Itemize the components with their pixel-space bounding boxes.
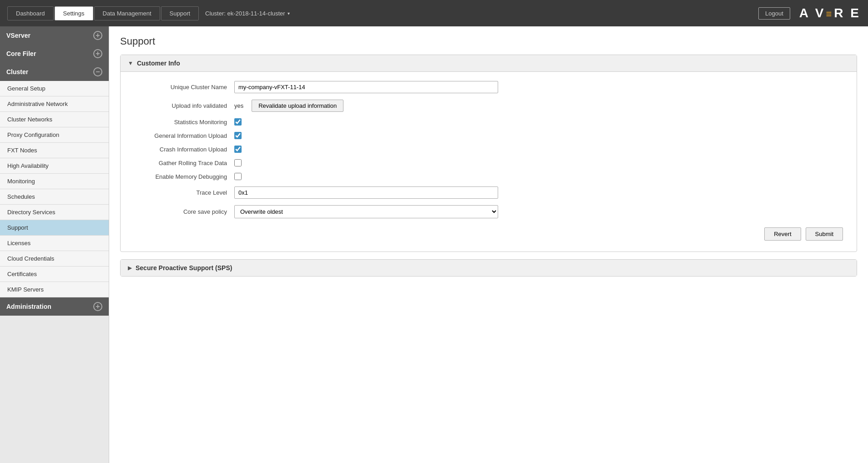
gather-rolling-trace-control	[234, 159, 843, 166]
gather-rolling-trace-row: Gather Rolling Trace Data	[134, 159, 843, 166]
sps-panel-header[interactable]: ▶ Secure Proactive Support (SPS)	[121, 260, 857, 276]
sidebar-item-fxt-nodes[interactable]: FXT Nodes	[0, 143, 109, 158]
cluster-collapse-icon[interactable]: −	[93, 67, 102, 76]
administration-expand-icon[interactable]: +	[93, 302, 102, 311]
trace-level-label: Trace Level	[134, 189, 234, 196]
content-area: Support ▼ Customer Info Unique Cluster N…	[109, 26, 868, 463]
sidebar-section-corefiler-label: Core Filer	[6, 50, 36, 57]
unique-cluster-name-label: Unique Cluster Name	[134, 84, 234, 91]
cluster-selector[interactable]: Cluster: ek-2018-11-14-cluster ▾	[205, 10, 290, 17]
nav-tabs: Dashboard Settings Data Management Suppo…	[7, 6, 290, 20]
statistics-monitoring-checkbox[interactable]	[234, 118, 242, 126]
logout-button[interactable]: Logout	[758, 7, 790, 20]
cluster-label: Cluster: ek-2018-11-14-cluster	[205, 10, 285, 17]
crash-info-upload-row: Crash Information Upload	[134, 146, 843, 153]
enable-memory-debug-control	[234, 173, 843, 180]
sidebar-item-certificates[interactable]: Certificates	[0, 267, 109, 282]
gather-rolling-trace-checkbox[interactable]	[234, 159, 242, 166]
revalidate-button[interactable]: Revalidate upload information	[252, 100, 343, 112]
sidebar-item-high-availability[interactable]: High Availability	[0, 158, 109, 174]
crash-info-upload-control	[234, 146, 843, 153]
trace-level-input[interactable]	[234, 186, 498, 199]
trace-level-row: Trace Level	[134, 186, 843, 199]
customer-info-panel: ▼ Customer Info Unique Cluster Name Uplo…	[120, 55, 857, 252]
submit-button[interactable]: Submit	[806, 227, 843, 241]
general-info-upload-checkbox[interactable]	[234, 132, 242, 139]
core-save-policy-select[interactable]: Overwrite oldest Keep newest Disabled	[234, 205, 498, 218]
sidebar-item-administrative-network[interactable]: Administrative Network	[0, 96, 109, 112]
sidebar-section-corefiler[interactable]: Core Filer +	[0, 45, 109, 63]
topbar: Dashboard Settings Data Management Suppo…	[0, 0, 868, 26]
sidebar-item-general-setup[interactable]: General Setup	[0, 81, 109, 96]
upload-info-status: yes	[234, 102, 243, 109]
cluster-dropdown-icon: ▾	[288, 11, 290, 16]
sidebar-item-licenses[interactable]: Licenses	[0, 236, 109, 251]
enable-memory-debug-label: Enable Memory Debugging	[134, 173, 234, 180]
sps-panel: ▶ Secure Proactive Support (SPS)	[120, 259, 857, 277]
general-info-upload-control	[234, 132, 843, 139]
enable-memory-debug-checkbox[interactable]	[234, 173, 242, 180]
tab-settings[interactable]: Settings	[55, 6, 93, 20]
sidebar-item-schedules[interactable]: Schedules	[0, 189, 109, 205]
sidebar-section-cluster[interactable]: Cluster −	[0, 63, 109, 81]
statistics-monitoring-row: Statistics Monitoring	[134, 118, 843, 126]
unique-cluster-name-row: Unique Cluster Name	[134, 81, 843, 93]
customer-info-panel-header[interactable]: ▼ Customer Info	[121, 55, 857, 72]
customer-info-collapse-icon: ▼	[128, 60, 133, 66]
general-info-upload-label: General Information Upload	[134, 132, 234, 139]
sidebar-item-cloud-credentials[interactable]: Cloud Credentials	[0, 251, 109, 267]
topbar-right: Logout A V≡R E	[758, 6, 861, 20]
sidebar-item-directory-services[interactable]: Directory Services	[0, 205, 109, 220]
sidebar-item-monitoring[interactable]: Monitoring	[0, 174, 109, 189]
tab-support[interactable]: Support	[161, 6, 199, 20]
crash-info-upload-checkbox[interactable]	[234, 146, 242, 153]
sidebar-section-cluster-label: Cluster	[6, 68, 28, 75]
core-save-policy-label: Core save policy	[134, 208, 234, 215]
upload-info-row: Upload info validated yes Revalidate upl…	[134, 100, 843, 112]
sidebar-section-administration[interactable]: Administration +	[0, 297, 109, 316]
unique-cluster-name-input[interactable]	[234, 81, 498, 93]
sps-panel-title: Secure Proactive Support (SPS)	[136, 264, 232, 272]
tab-dashboard[interactable]: Dashboard	[7, 6, 54, 20]
upload-info-label: Upload info validated	[134, 102, 234, 109]
unique-cluster-name-control	[234, 81, 843, 93]
main-layout: VServer + Core Filer + Cluster − General…	[0, 26, 868, 463]
core-save-policy-control: Overwrite oldest Keep newest Disabled	[234, 205, 843, 218]
revert-button[interactable]: Revert	[764, 227, 801, 241]
sidebar-item-kmip-servers[interactable]: KMIP Servers	[0, 282, 109, 297]
sidebar-section-vserver[interactable]: VServer +	[0, 26, 109, 45]
sidebar-section-administration-label: Administration	[6, 303, 51, 310]
statistics-monitoring-control	[234, 118, 843, 126]
avere-logo: A V≡R E	[799, 6, 861, 20]
gather-rolling-trace-label: Gather Rolling Trace Data	[134, 160, 234, 166]
crash-info-upload-label: Crash Information Upload	[134, 146, 234, 153]
sidebar-item-proxy-configuration[interactable]: Proxy Configuration	[0, 127, 109, 143]
enable-memory-debug-row: Enable Memory Debugging	[134, 173, 843, 180]
form-actions: Revert Submit	[134, 227, 843, 241]
corefiler-expand-icon[interactable]: +	[93, 49, 102, 58]
sidebar-section-vserver-label: VServer	[6, 32, 30, 39]
upload-info-control: yes Revalidate upload information	[234, 100, 843, 112]
sidebar: VServer + Core Filer + Cluster − General…	[0, 26, 109, 463]
trace-level-control	[234, 186, 843, 199]
sidebar-item-cluster-networks[interactable]: Cluster Networks	[0, 112, 109, 127]
general-info-upload-row: General Information Upload	[134, 132, 843, 139]
vserver-expand-icon[interactable]: +	[93, 31, 102, 40]
statistics-monitoring-label: Statistics Monitoring	[134, 119, 234, 126]
customer-info-panel-body: Unique Cluster Name Upload info validate…	[121, 72, 857, 252]
tab-data-management[interactable]: Data Management	[94, 6, 160, 20]
page-title: Support	[120, 35, 857, 47]
sps-expand-icon: ▶	[128, 265, 132, 271]
core-save-policy-row: Core save policy Overwrite oldest Keep n…	[134, 205, 843, 218]
customer-info-panel-title: Customer Info	[137, 60, 180, 67]
sidebar-item-support[interactable]: Support	[0, 220, 109, 236]
